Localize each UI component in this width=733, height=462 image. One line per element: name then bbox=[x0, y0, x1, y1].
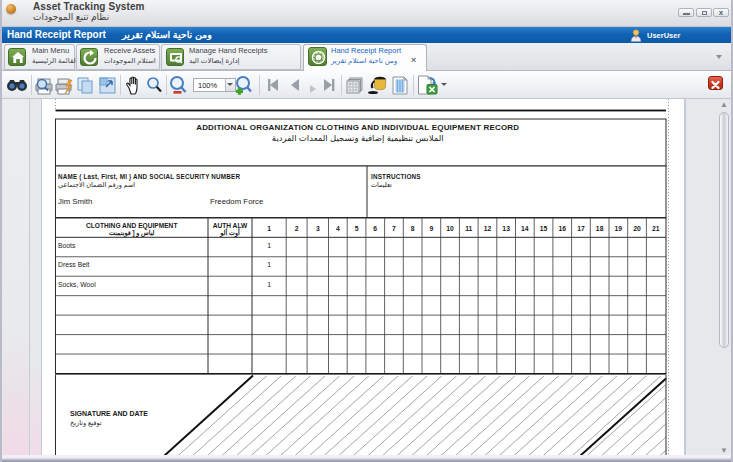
svg-text:1: 1 bbox=[267, 261, 271, 268]
svg-text:13: 13 bbox=[502, 225, 510, 232]
svg-text:Dress Belt: Dress Belt bbox=[58, 261, 89, 268]
svg-text:Boots: Boots bbox=[58, 242, 76, 249]
svg-text:15: 15 bbox=[540, 225, 548, 232]
svg-text:Socks, Wool: Socks, Wool bbox=[58, 281, 96, 288]
svg-text:تعليمات: تعليمات bbox=[371, 181, 392, 188]
svg-text:1: 1 bbox=[267, 225, 271, 232]
svg-text:6: 6 bbox=[373, 225, 377, 232]
svg-text:16: 16 bbox=[558, 225, 566, 232]
svg-text:1: 1 bbox=[267, 281, 271, 288]
svg-text:12: 12 bbox=[484, 225, 492, 232]
svg-text:Freedom Force: Freedom Force bbox=[210, 197, 263, 206]
svg-text:ADDITIONAL ORGANIZATION CLOTHI: ADDITIONAL ORGANIZATION CLOTHING AND IND… bbox=[196, 123, 519, 132]
svg-text:9: 9 bbox=[429, 225, 433, 232]
svg-text:18: 18 bbox=[596, 225, 604, 232]
svg-text:20: 20 bbox=[633, 225, 641, 232]
svg-text:14: 14 bbox=[521, 225, 529, 232]
svg-text:5: 5 bbox=[355, 225, 359, 232]
svg-text:8: 8 bbox=[411, 225, 415, 232]
svg-text:SIGNATURE AND DATE: SIGNATURE AND DATE bbox=[70, 410, 148, 417]
svg-text:Jim Smith: Jim Smith bbox=[58, 197, 92, 206]
svg-text:7: 7 bbox=[392, 225, 396, 232]
svg-text:لباس و [ قوبتمنت: لباس و [ قوبتمنت bbox=[109, 229, 155, 237]
svg-text:2: 2 bbox=[295, 225, 299, 232]
svg-text:INSTRUCTIONS: INSTRUCTIONS bbox=[371, 173, 421, 180]
svg-text:17: 17 bbox=[577, 225, 585, 232]
svg-text:توقيع وتاريخ: توقيع وتاريخ bbox=[70, 419, 102, 427]
svg-text:21: 21 bbox=[652, 225, 660, 232]
svg-text:الملابس تنظيمية إضافية وتسجيل: الملابس تنظيمية إضافية وتسجيل المعدات ال… bbox=[272, 133, 444, 144]
svg-text:NAME ( Last, First, MI ) AND S: NAME ( Last, First, MI ) AND SOCIAL SECU… bbox=[58, 173, 240, 181]
svg-text:19: 19 bbox=[615, 225, 623, 232]
svg-text:اسم ورقم الضمان الاجتماعي: اسم ورقم الضمان الاجتماعي bbox=[58, 181, 135, 189]
svg-text:1: 1 bbox=[267, 242, 271, 249]
svg-text:10: 10 bbox=[446, 225, 454, 232]
svg-text:أوت ألو: أوت ألو bbox=[219, 228, 240, 237]
svg-text:3: 3 bbox=[316, 225, 320, 232]
svg-text:4: 4 bbox=[336, 225, 340, 232]
svg-text:11: 11 bbox=[465, 225, 472, 232]
